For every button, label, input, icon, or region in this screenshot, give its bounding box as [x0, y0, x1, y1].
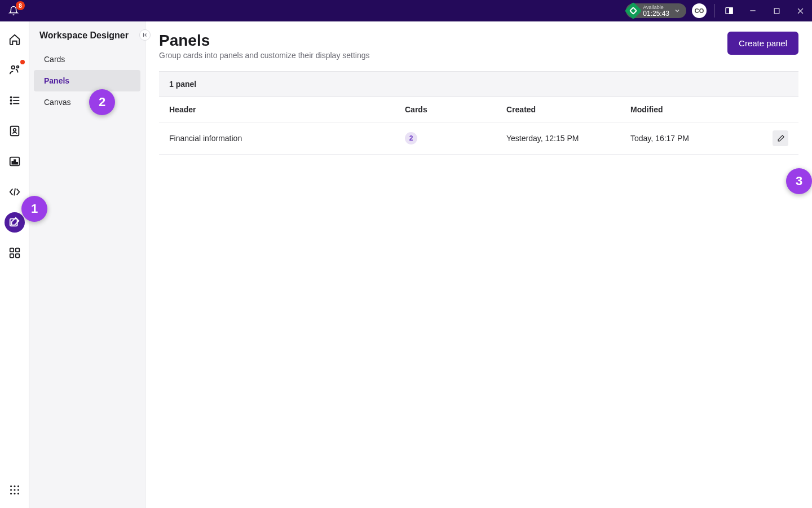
reports-icon	[8, 155, 21, 168]
col-header-created: Created	[506, 105, 630, 114]
cell-cards: 2	[405, 132, 506, 144]
notifications-button[interactable]: 8	[6, 3, 21, 19]
status-diamond-icon	[625, 2, 642, 19]
rail-launcher[interactable]	[5, 480, 25, 500]
svg-point-29	[17, 485, 19, 487]
rail-code[interactable]	[5, 182, 25, 202]
avatar-initials: CO	[695, 7, 704, 14]
icon-rail	[0, 21, 29, 508]
designer-icon	[8, 216, 21, 229]
svg-point-8	[16, 66, 19, 68]
svg-point-30	[10, 489, 12, 491]
svg-point-33	[10, 493, 12, 494]
page-title: Panels	[159, 32, 370, 50]
launcher-icon	[8, 484, 21, 496]
rail-queues[interactable]	[5, 90, 25, 111]
svg-rect-24	[15, 248, 19, 252]
svg-line-21	[14, 189, 15, 196]
svg-point-35	[17, 493, 19, 494]
svg-point-11	[10, 100, 11, 101]
maximize-button[interactable]	[765, 0, 788, 21]
col-header-cards: Cards	[405, 105, 506, 114]
page-subtitle: Group cards into panels and customize th…	[159, 51, 370, 60]
table-header-row: Header Cards Created Modified	[159, 97, 798, 122]
svg-rect-18	[12, 161, 13, 164]
svg-point-27	[10, 485, 12, 487]
chevron-down-icon	[674, 7, 681, 14]
contacts-icon	[8, 125, 21, 137]
app-body: Workspace Designer Cards Panels Canvas P…	[0, 21, 812, 508]
create-panel-label: Create panel	[739, 38, 787, 48]
cell-header: Financial information	[169, 134, 405, 143]
home-icon	[8, 33, 21, 46]
sidebar-title: Workspace Designer	[29, 29, 145, 49]
queues-icon	[8, 94, 21, 107]
svg-point-34	[14, 493, 15, 494]
main-content: Panels Group cards into panels and custo…	[145, 21, 812, 508]
collapse-icon	[142, 32, 148, 38]
page-heading-block: Panels Group cards into panels and custo…	[159, 32, 370, 60]
maximize-icon	[773, 7, 780, 15]
sidebar-item-panels[interactable]: Panels	[34, 70, 140, 91]
sidebar-item-label: Panels	[44, 76, 69, 85]
sidebar-item-canvas[interactable]: Canvas	[34, 91, 140, 113]
rail-home[interactable]	[5, 29, 25, 50]
cell-created: Yesterday, 12:15 PM	[506, 134, 630, 143]
presence-status[interactable]: Available 01:25:43	[626, 3, 686, 18]
svg-point-32	[17, 489, 19, 491]
close-icon	[796, 7, 805, 15]
pencil-icon	[776, 134, 785, 143]
svg-rect-2	[730, 8, 732, 14]
content-header: Panels Group cards into panels and custo…	[159, 32, 798, 60]
svg-rect-26	[15, 254, 19, 257]
titlebar: 8 Available 01:25:43 CO	[0, 0, 812, 21]
secondary-sidebar: Workspace Designer Cards Panels Canvas	[29, 21, 145, 508]
rail-designer[interactable]	[5, 212, 25, 233]
panels-table: 1 panel Header Cards Created Modified Fi…	[159, 71, 798, 155]
notification-count-badge: 8	[16, 1, 25, 10]
titlebar-separator	[714, 4, 715, 17]
col-header-header: Header	[169, 105, 405, 114]
status-time: 01:25:43	[643, 10, 669, 17]
svg-point-31	[14, 489, 15, 491]
titlebar-right: Available 01:25:43 CO	[626, 0, 812, 21]
titlebar-left: 8	[6, 3, 21, 19]
rail-contacts[interactable]	[5, 121, 25, 141]
col-header-modified: Modified	[630, 105, 754, 114]
rail-routing[interactable]	[5, 60, 25, 80]
svg-rect-23	[10, 248, 13, 252]
cell-modified: Today, 16:17 PM	[630, 134, 754, 143]
svg-point-13	[10, 103, 11, 104]
panel-toggle-button[interactable]	[717, 0, 741, 21]
table-caption: 1 panel	[159, 72, 798, 97]
code-icon	[8, 186, 21, 198]
routing-icon	[8, 64, 21, 76]
table-row[interactable]: Financial information 2 Yesterday, 12:15…	[159, 122, 798, 155]
svg-rect-25	[10, 254, 13, 257]
svg-point-9	[10, 97, 11, 98]
rail-routing-dot	[19, 59, 26, 65]
panel-icon	[725, 6, 734, 15]
sidebar-item-cards[interactable]: Cards	[34, 49, 140, 70]
cards-count-pill: 2	[405, 132, 417, 144]
svg-point-7	[11, 66, 15, 69]
minimize-icon	[749, 7, 757, 15]
svg-point-28	[14, 485, 15, 487]
status-text: Available 01:25:43	[643, 5, 669, 17]
edit-row-button[interactable]	[773, 130, 788, 146]
rail-reports[interactable]	[5, 151, 25, 172]
svg-rect-20	[16, 163, 17, 164]
minimize-button[interactable]	[741, 0, 765, 21]
rail-apps[interactable]	[5, 243, 25, 263]
svg-rect-4	[774, 8, 779, 14]
apps-icon	[8, 247, 21, 259]
sidebar-item-label: Canvas	[44, 98, 70, 107]
sidebar-item-label: Cards	[44, 55, 65, 64]
create-panel-button[interactable]: Create panel	[727, 32, 798, 55]
close-button[interactable]	[788, 0, 812, 21]
collapse-sidebar-button[interactable]	[139, 29, 151, 41]
avatar[interactable]: CO	[692, 3, 707, 18]
svg-rect-19	[14, 160, 15, 164]
svg-point-16	[13, 129, 16, 132]
